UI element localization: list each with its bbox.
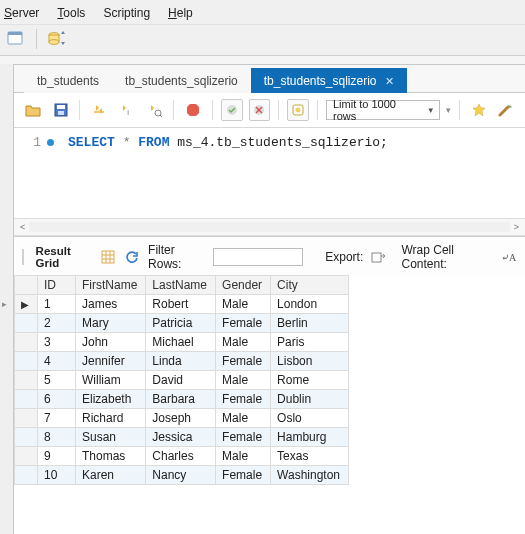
cell-g[interactable]: Male xyxy=(216,409,271,428)
commit-icon[interactable] xyxy=(221,99,243,121)
row-pointer-cell[interactable] xyxy=(15,314,38,333)
cell-id[interactable]: 1 xyxy=(38,295,76,314)
table-row[interactable]: 6ElizabethBarbaraFemaleDublin xyxy=(15,390,349,409)
row-pointer-cell[interactable] xyxy=(15,409,38,428)
execute-icon[interactable] xyxy=(88,99,110,121)
beautify-icon[interactable] xyxy=(495,99,517,121)
explain-icon[interactable] xyxy=(144,99,166,121)
cell-fn[interactable]: James xyxy=(76,295,146,314)
cell-fn[interactable]: Thomas xyxy=(76,447,146,466)
cell-g[interactable]: Male xyxy=(216,371,271,390)
editor-horizontal-scrollbar[interactable]: < > xyxy=(14,218,525,236)
sidebar-splitter[interactable]: ▸ xyxy=(0,64,14,534)
cell-city[interactable]: Hamburg xyxy=(271,428,349,447)
cell-city[interactable]: Lisbon xyxy=(271,352,349,371)
menu-help[interactable]: Help xyxy=(168,6,193,20)
menu-tools[interactable]: Tools xyxy=(57,6,85,20)
table-row[interactable]: 9ThomasCharlesMaleTexas xyxy=(15,447,349,466)
table-row[interactable]: ▶1JamesRobertMaleLondon xyxy=(15,295,349,314)
cell-g[interactable]: Female xyxy=(216,352,271,371)
cell-fn[interactable]: Mary xyxy=(76,314,146,333)
scroll-left-icon[interactable]: < xyxy=(16,222,29,232)
cell-fn[interactable]: Karen xyxy=(76,466,146,485)
cell-id[interactable]: 3 xyxy=(38,333,76,352)
cell-fn[interactable]: Susan xyxy=(76,428,146,447)
table-row[interactable]: 10KarenNancyFemaleWashington xyxy=(15,466,349,485)
col-id[interactable]: ID xyxy=(38,276,76,295)
save-icon[interactable] xyxy=(50,99,72,121)
row-pointer-cell[interactable] xyxy=(15,390,38,409)
row-pointer-cell[interactable] xyxy=(15,447,38,466)
cell-g[interactable]: Female xyxy=(216,314,271,333)
cell-city[interactable]: Oslo xyxy=(271,409,349,428)
cell-id[interactable]: 5 xyxy=(38,371,76,390)
cell-fn[interactable]: Elizabeth xyxy=(76,390,146,409)
scroll-track[interactable] xyxy=(29,222,509,232)
cell-city[interactable]: Paris xyxy=(271,333,349,352)
execute-cursor-icon[interactable]: I xyxy=(116,99,138,121)
table-row[interactable]: 2MaryPatriciaFemaleBerlin xyxy=(15,314,349,333)
scroll-right-icon[interactable]: > xyxy=(510,222,523,232)
cell-fn[interactable]: William xyxy=(76,371,146,390)
db-sync-icon[interactable] xyxy=(47,29,67,49)
favorite-icon[interactable] xyxy=(468,99,490,121)
cell-ln[interactable]: David xyxy=(146,371,216,390)
close-icon[interactable]: ✕ xyxy=(385,75,394,88)
sql-editor[interactable]: 1 SELECT * FROM ms_4.tb_students_sqlizer… xyxy=(14,128,525,218)
menu-scripting[interactable]: Scripting xyxy=(103,6,150,20)
cell-g[interactable]: Female xyxy=(216,428,271,447)
cell-id[interactable]: 9 xyxy=(38,447,76,466)
cell-ln[interactable]: Jessica xyxy=(146,428,216,447)
col-lastname[interactable]: LastName xyxy=(146,276,216,295)
cell-g[interactable]: Male xyxy=(216,333,271,352)
cell-g[interactable]: Male xyxy=(216,447,271,466)
row-pointer-cell[interactable] xyxy=(15,333,38,352)
cell-id[interactable]: 6 xyxy=(38,390,76,409)
cell-id[interactable]: 7 xyxy=(38,409,76,428)
cell-ln[interactable]: Joseph xyxy=(146,409,216,428)
cell-ln[interactable]: Charles xyxy=(146,447,216,466)
cell-id[interactable]: 2 xyxy=(38,314,76,333)
cell-id[interactable]: 10 xyxy=(38,466,76,485)
cell-city[interactable]: London xyxy=(271,295,349,314)
filter-rows-input[interactable] xyxy=(213,248,303,266)
cell-city[interactable]: Rome xyxy=(271,371,349,390)
cell-fn[interactable]: Jennifer xyxy=(76,352,146,371)
cell-id[interactable]: 4 xyxy=(38,352,76,371)
autocommit-icon[interactable] xyxy=(287,99,309,121)
refresh-icon[interactable] xyxy=(124,248,140,266)
table-row[interactable]: 3JohnMichaelMaleParis xyxy=(15,333,349,352)
cell-ln[interactable]: Barbara xyxy=(146,390,216,409)
grid-view-icon[interactable] xyxy=(100,248,116,266)
table-row[interactable]: 7RichardJosephMaleOslo xyxy=(15,409,349,428)
cell-ln[interactable]: Michael xyxy=(146,333,216,352)
cell-ln[interactable]: Linda xyxy=(146,352,216,371)
row-pointer-cell[interactable] xyxy=(15,428,38,447)
menu-server[interactable]: Server xyxy=(4,6,39,20)
rollback-icon[interactable] xyxy=(249,99,271,121)
row-pointer-cell[interactable] xyxy=(15,466,38,485)
tab-tb-students-sqlizerio-1[interactable]: tb_students_sqlizerio xyxy=(112,68,251,93)
col-gender[interactable]: Gender xyxy=(216,276,271,295)
stop-icon[interactable] xyxy=(182,99,204,121)
row-pointer-cell[interactable] xyxy=(15,352,38,371)
row-limit-select[interactable]: Limit to 1000 rows ▼ xyxy=(326,100,440,120)
cell-ln[interactable]: Nancy xyxy=(146,466,216,485)
cell-id[interactable]: 8 xyxy=(38,428,76,447)
cell-fn[interactable]: John xyxy=(76,333,146,352)
cell-ln[interactable]: Robert xyxy=(146,295,216,314)
cell-city[interactable]: Berlin xyxy=(271,314,349,333)
col-city[interactable]: City xyxy=(271,276,349,295)
cell-g[interactable]: Female xyxy=(216,390,271,409)
table-row[interactable]: 4JenniferLindaFemaleLisbon xyxy=(15,352,349,371)
col-firstname[interactable]: FirstName xyxy=(76,276,146,295)
sql-code-line[interactable]: SELECT * FROM ms_4.tb_students_sqlizerio… xyxy=(60,134,388,218)
cell-g[interactable]: Male xyxy=(216,295,271,314)
cell-city[interactable]: Washington xyxy=(271,466,349,485)
open-file-icon[interactable] xyxy=(22,99,44,121)
row-pointer-cell[interactable] xyxy=(15,371,38,390)
wrap-cell-icon[interactable]: ⤶A xyxy=(501,248,517,266)
cell-city[interactable]: Dublin xyxy=(271,390,349,409)
row-pointer-cell[interactable]: ▶ xyxy=(15,295,38,314)
cell-ln[interactable]: Patricia xyxy=(146,314,216,333)
